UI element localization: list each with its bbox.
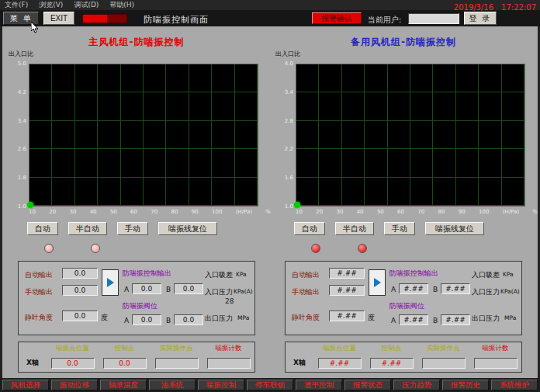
y-tick-label: 2.6 — [8, 146, 26, 152]
exit-button[interactable]: EXIT — [43, 12, 74, 25]
control-point-header: 控制点 — [115, 344, 135, 353]
mode-status-light — [44, 244, 54, 253]
surge-line-reset-button[interactable]: 喘振线复位 — [425, 222, 484, 235]
nav-alarm-status-button[interactable]: 报警状态 — [344, 380, 391, 390]
channel-b-label: B — [166, 286, 171, 293]
channel-a-label: A — [124, 317, 129, 324]
auto-output-label: 自动输出 — [25, 270, 53, 280]
x-tick-label: 10 — [296, 209, 303, 215]
y-axis-title: 出入口比 — [9, 50, 33, 58]
x-tick-label: 100 — [479, 209, 489, 215]
actual-op-point-header: 实际操作点 — [160, 344, 193, 353]
auto-mode-button[interactable]: 自动 — [27, 222, 58, 235]
nav-system-maintenance-button[interactable]: 系统维护 — [491, 380, 538, 390]
channel-a-label: A — [391, 317, 396, 324]
nav-shutdown-interlock-button[interactable]: 停车联锁 — [247, 380, 293, 390]
chart-plot-area — [29, 64, 258, 206]
inlet-pressure-unit: KPa(A) — [234, 288, 253, 295]
nav-bearing-temp-button[interactable]: 轴承温度 — [100, 380, 147, 390]
x-axis-unit: (H/Pa) — [503, 209, 519, 215]
current-user-input[interactable] — [408, 13, 459, 24]
nav-fan-select-button[interactable]: 风机选择 — [2, 380, 49, 390]
x-axis-row-label: X轴 — [26, 358, 39, 368]
control-point-header: 控制点 — [382, 344, 402, 353]
y-tick-label: 1.0 — [275, 203, 293, 210]
channel-b-label: B — [166, 317, 171, 324]
actual-op-point-value — [155, 358, 199, 369]
main-area: 主风机组-防喘振控制 出入口比 5.0 4.2 3.4 2.6 1.8 1.0 … — [2, 26, 538, 378]
outlet-pressure-label: 出口压力 — [472, 314, 500, 324]
auto-output-label: 自动输出 — [292, 270, 320, 280]
inlet-pressure-label: 入口压力 — [472, 287, 500, 297]
signal-selector-icon — [102, 269, 119, 296]
surge-point-panel: 喘振点位置 控制点 实际操作点 喘振计数 X轴 #.## #.## — [285, 342, 522, 373]
nav-alarm-history-button[interactable]: 报警历史 — [442, 380, 489, 390]
outlet-pressure-unit: MPa — [504, 314, 516, 321]
x-axis-row-label: X轴 — [293, 358, 306, 368]
date-text: 2019/3/16 — [454, 3, 493, 12]
x-tick-label: 30 — [69, 209, 76, 215]
surge-point-pos-header: 喘振点位置 — [323, 344, 356, 353]
x-tick-label: 90 — [192, 209, 199, 215]
semi-auto-mode-button[interactable]: 半自动 — [335, 222, 374, 235]
y-tick-label: 2.2 — [275, 146, 293, 152]
chart-title-main: 主风机组-防喘振控制 — [7, 36, 266, 49]
menu-file[interactable]: 文件(F) — [5, 0, 28, 10]
alarm-ack-button[interactable]: 报警确认 — [312, 12, 362, 24]
y-tick-label: 1.8 — [8, 175, 26, 181]
y-tick-label: 5.0 — [8, 61, 26, 67]
antisurge-output-a-value: 0.0 — [132, 283, 161, 294]
x-axis-ticks: 10 20 30 40 50 60 70 80 90 100 (H/Pa) % — [29, 209, 271, 215]
x-axis-percent: % — [532, 209, 538, 215]
surge-line-reset-button[interactable]: 喘振线复位 — [158, 222, 217, 235]
x-tick-label: 70 — [151, 209, 158, 215]
surge-trend-chart: 4.0 3.4 2.8 2.2 1.6 1.0 10 20 30 40 50 6… — [296, 64, 525, 206]
status-lights — [311, 244, 367, 253]
vane-angle-label: 静叶角度 — [292, 313, 320, 323]
main-fan-panel: 主风机组-防喘振控制 出入口比 5.0 4.2 3.4 2.6 1.8 1.0 … — [7, 33, 266, 377]
operating-point-dot — [294, 202, 300, 208]
menu-help[interactable]: 帮助(H) — [109, 0, 134, 10]
mode-status-light — [358, 244, 367, 253]
x-tick-label: 50 — [110, 209, 117, 215]
control-point-value: #.## — [370, 358, 414, 369]
manual-output-value[interactable]: 0.0 — [62, 285, 98, 296]
nav-surge-control-button[interactable]: 喘振控制 — [198, 380, 244, 390]
auto-mode-button[interactable]: 自动 — [294, 222, 325, 235]
x-tick-label: 40 — [357, 209, 364, 215]
screen-title: 防喘振控制画面 — [144, 14, 209, 26]
y-tick-label: 1.0 — [8, 203, 26, 210]
title-bar: 文件(F) 浏览(V) 调试(D) 帮助(H) 菜 单 EXIT 防喘振控制画面… — [0, 0, 540, 26]
semi-auto-mode-button[interactable]: 半自动 — [68, 222, 107, 235]
x-tick-label: 60 — [130, 209, 137, 215]
nav-turbine-control-button[interactable]: 透平控制 — [296, 380, 342, 390]
valve-b-value: 0.0 — [174, 314, 203, 325]
surge-point-pos-value: #.## — [318, 358, 362, 369]
datetime-display: 2019/3/16 17:22:07 — [454, 3, 536, 12]
vane-angle-unit: 度 — [368, 313, 375, 323]
y-tick-label: 1.6 — [275, 175, 293, 181]
nav-pressure-trend-button[interactable]: 压力趋势 — [393, 380, 440, 390]
chart-plot-area — [296, 64, 525, 206]
login-button[interactable]: 登 录 — [464, 12, 497, 25]
menu-view[interactable]: 浏览(V) — [39, 0, 63, 10]
control-point-value: 0.0 — [103, 358, 147, 369]
nav-vibration-button[interactable]: 振动位移 — [51, 380, 98, 390]
x-axis-ticks: 10 20 30 40 50 60 70 80 90 100 (H/Pa) % — [296, 209, 538, 215]
x-tick-label: 40 — [90, 209, 97, 215]
manual-mode-button[interactable]: 手动 — [117, 222, 148, 235]
menu-debug[interactable]: 调试(D) — [74, 0, 99, 10]
manual-output-value[interactable]: #.## — [329, 285, 365, 296]
nav-oil-system-button[interactable]: 油系统 — [149, 380, 196, 390]
control-values-panel: 自动输出 0.0 手动输出 0.0 防喘振控制输出 A 0.0 B 0.0 静叶… — [18, 261, 255, 335]
mouse-cursor-icon — [31, 22, 40, 33]
x-tick-label: 10 — [29, 209, 36, 215]
x-tick-label: 20 — [49, 209, 56, 215]
vane-angle-unit: 度 — [101, 313, 108, 323]
antisurge-output-a-value: #.## — [399, 283, 428, 294]
manual-mode-button[interactable]: 手动 — [384, 222, 415, 235]
inlet-diff-unit: KPa — [236, 271, 247, 278]
y-tick-label: 2.8 — [275, 118, 293, 124]
time-text: 17:22:07 — [501, 3, 536, 12]
surge-point-pos-header: 喘振点位置 — [56, 344, 89, 353]
